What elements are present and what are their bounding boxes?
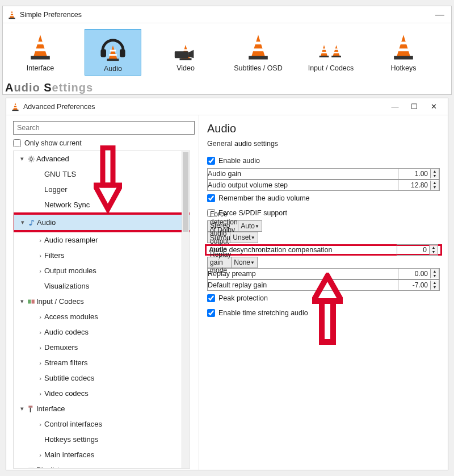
vlc-cone-icon xyxy=(11,102,20,111)
tree-item[interactable]: Logger xyxy=(14,182,190,197)
tree-item[interactable]: ›Access modules xyxy=(14,309,190,324)
tab-label: Video xyxy=(176,64,195,72)
minimize-button[interactable]: — xyxy=(433,10,447,20)
spinner-down-icon[interactable]: ▼ xyxy=(431,174,439,178)
setting-checkbox[interactable] xyxy=(207,309,215,317)
tree-item-label: Audio xyxy=(37,218,56,227)
tree-item[interactable]: ›Video codecs xyxy=(14,386,190,401)
chevron-down-icon: ▾ xyxy=(18,405,26,412)
tree-item-label: Input / Codecs xyxy=(36,297,84,306)
tree-item-label: Audio resampler xyxy=(44,236,98,244)
settings-tree[interactable]: ▾AdvancedGNU TLSLoggerNetwork Sync▾Audio… xyxy=(13,151,190,469)
setting-label: Audio output volume step xyxy=(208,181,398,189)
scrollbar-thumb[interactable] xyxy=(183,152,188,232)
list-icon xyxy=(26,466,36,469)
only-show-current-label: Only show current xyxy=(24,139,82,147)
only-show-current[interactable]: Only show current xyxy=(13,139,197,147)
search-input[interactable] xyxy=(13,121,195,135)
note-icon xyxy=(27,219,37,227)
combo-value: None xyxy=(234,258,250,266)
spinner-up-icon[interactable]: ▲ xyxy=(431,181,439,185)
tab-label: Input / Codecs xyxy=(308,64,354,72)
chevron-right-icon: › xyxy=(36,329,44,336)
chevron-right-icon: › xyxy=(36,237,44,244)
tree-item-label: Access modules xyxy=(44,312,98,321)
tab-hotkeys[interactable]: Hotkeys xyxy=(375,29,432,76)
chevron-down-icon: ▼ xyxy=(250,260,255,265)
setting-row: Default replay gain-7.00▲▼ xyxy=(207,279,440,291)
setting-row: Remember the audio volume xyxy=(207,191,440,206)
tab-input-codecs[interactable]: Input / Codecs xyxy=(302,29,359,76)
maximize-button[interactable]: ☐ xyxy=(405,101,424,112)
spinner-down-icon[interactable]: ▼ xyxy=(430,250,438,254)
tree-item[interactable]: ›Audio codecs xyxy=(14,324,190,340)
setting-label: Remember the audio volume xyxy=(218,194,440,202)
tree-item[interactable]: GNU TLS xyxy=(14,166,190,182)
setting-row: Peak protection xyxy=(207,291,440,306)
setting-label: Default replay gain xyxy=(208,281,398,289)
tree-item[interactable]: ›Control interfaces xyxy=(14,416,190,432)
svg-rect-11 xyxy=(28,299,31,303)
simple-window-title: Simple Preferences xyxy=(20,11,433,19)
spinner-input[interactable]: -7.00▲▼ xyxy=(398,279,439,291)
spinner-input[interactable]: 12.80▲▼ xyxy=(398,179,439,191)
panel-subtitle: General audio settings xyxy=(207,140,440,148)
spinner-down-icon[interactable]: ▼ xyxy=(431,285,439,290)
chevron-right-icon: › xyxy=(36,314,44,320)
tree-item[interactable]: ›Demuxers xyxy=(14,340,190,355)
setting-checkbox[interactable] xyxy=(207,194,215,202)
setting-row: Force S/PDIF support xyxy=(207,206,440,220)
spinner-input[interactable]: 0.00▲▼ xyxy=(398,268,439,279)
tree-item[interactable]: ▾Input / Codecs xyxy=(14,294,190,309)
tree-item[interactable]: ›Filters xyxy=(14,248,190,263)
only-show-current-checkbox[interactable] xyxy=(13,139,21,147)
tab-audio[interactable]: Audio xyxy=(85,29,141,76)
tree-item[interactable]: ▾Advanced xyxy=(14,151,190,166)
right-pane: Audio General audio settings Enable audi… xyxy=(199,115,448,470)
tree-item[interactable]: Hotkeys settings xyxy=(14,432,190,447)
tab-subtitles[interactable]: Subtitles / OSD xyxy=(230,29,287,76)
chevron-down-icon: ▼ xyxy=(255,224,259,229)
spinner-input[interactable]: 0▲▼ xyxy=(397,244,438,256)
tab-interface[interactable]: Interface xyxy=(12,29,69,76)
tab-label: Subtitles / OSD xyxy=(234,64,282,72)
spinner-up-icon[interactable]: ▲ xyxy=(431,269,439,274)
codec-icon xyxy=(26,298,36,306)
close-button[interactable]: ✕ xyxy=(424,101,443,112)
tree-item[interactable]: ›Main interfaces xyxy=(14,447,190,462)
panel-title: Audio xyxy=(207,122,440,135)
tree-item[interactable]: ›Subtitle codecs xyxy=(14,370,190,386)
combo-select[interactable]: Unset▼ xyxy=(230,232,258,243)
spinner-down-icon[interactable]: ▼ xyxy=(431,274,439,278)
tree-scrollbar[interactable] xyxy=(182,151,190,469)
annotation-red-box: ▾Audio xyxy=(13,212,190,232)
tab-video[interactable]: Video xyxy=(157,29,214,76)
spinner-up-icon[interactable]: ▲ xyxy=(431,169,439,174)
cone-icon xyxy=(27,34,54,61)
combo-value: Unset xyxy=(233,233,250,241)
spinner-value: 1.00 xyxy=(398,170,430,178)
tree-item[interactable]: ›Stream filters xyxy=(14,355,190,370)
tree-item[interactable]: Visualizations xyxy=(14,278,190,294)
tree-item[interactable]: ›Output modules xyxy=(14,263,190,278)
tree-item-label: Subtitle codecs xyxy=(44,374,94,382)
combo-select[interactable]: None▼ xyxy=(231,257,258,268)
tree-item-label: Visualizations xyxy=(44,282,89,290)
tree-item[interactable]: ▾Playlist xyxy=(14,462,190,469)
tree-item[interactable]: Network Sync xyxy=(14,197,190,212)
setting-checkbox[interactable] xyxy=(207,157,215,165)
tree-item[interactable]: ▾Interface xyxy=(14,401,190,416)
setting-row: Audio gain1.00▲▼ xyxy=(207,168,440,179)
tree-item-label: Playlist xyxy=(36,466,60,469)
tree-item[interactable]: ▾Audio xyxy=(14,215,190,230)
tree-item[interactable]: ›Audio resampler xyxy=(14,232,190,248)
spinner-input[interactable]: 1.00▲▼ xyxy=(398,168,439,179)
setting-row: Stereo audio output modeUnset▼ xyxy=(207,232,253,243)
tree-item-label: Interface xyxy=(36,404,65,413)
combo-select[interactable]: Auto▼ xyxy=(238,220,262,232)
minimize-button[interactable]: — xyxy=(385,101,405,112)
spinner-down-icon[interactable]: ▼ xyxy=(431,185,439,190)
setting-checkbox[interactable] xyxy=(207,294,215,302)
spinner-up-icon[interactable]: ▲ xyxy=(431,281,439,285)
spinner-up-icon[interactable]: ▲ xyxy=(430,245,438,250)
